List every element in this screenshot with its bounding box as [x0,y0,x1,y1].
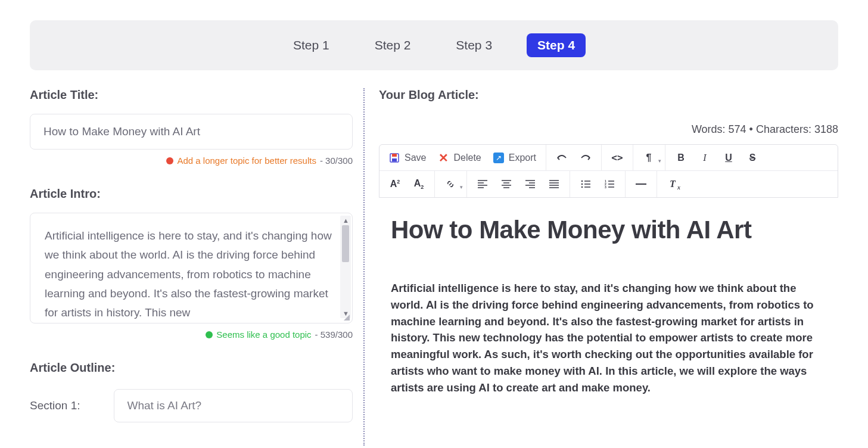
number-list-icon: 123 [605,180,614,188]
intro-scrollbar[interactable]: ▲ ▼ [340,216,351,318]
bold-icon: B [677,153,685,163]
section-1-input[interactable] [114,389,353,422]
strike-button[interactable]: S [741,145,764,170]
delete-label: Delete [453,153,481,163]
section-1-label: Section 1: [30,399,80,412]
horizontal-rule-button[interactable] [629,171,653,197]
underline-icon: U [725,153,732,163]
align-left-icon [478,180,487,188]
intro-hint-row: Seems like a good topic - 539/300 [30,329,353,340]
superscript-button[interactable]: A2 [383,171,407,197]
redo-button[interactable] [574,145,598,170]
undo-button[interactable] [550,145,574,170]
italic-button[interactable]: I [693,145,717,170]
main-content: Article Title: Add a longer topic for be… [30,88,838,446]
article-title-label: Article Title: [30,88,353,102]
align-right-button[interactable] [518,171,542,197]
toolbar-row-2: A2 A2 ▾ [379,171,838,197]
right-panel: Your Blog Article: Words: 574 • Characte… [368,88,838,446]
section-1-row: Section 1: [30,389,353,422]
svg-point-3 [581,181,583,182]
step-3[interactable]: Step 3 [445,33,503,57]
article-title-input[interactable] [30,114,353,150]
code-icon: <> [611,152,623,163]
strike-icon: S [749,153,756,163]
svg-rect-1 [392,154,397,157]
align-center-button[interactable] [494,171,518,197]
title-hint-text: Add a longer topic for better results [177,155,316,166]
title-char-count: - 30/300 [320,155,353,166]
superscript-icon: A2 [390,179,400,189]
link-icon [446,179,455,189]
save-button[interactable]: Save [383,145,432,170]
number-list-button[interactable]: 123 [598,171,621,197]
article-heading[interactable]: How to Make Money with AI Art [391,216,826,244]
clear-format-icon: Tx [670,179,676,189]
toolbar-row-1: Save ✕ Delete ↗ Export [379,145,838,171]
chevron-down-icon: ▾ [460,184,463,190]
intro-hint-text: Seems like a good topic [216,329,311,340]
link-button[interactable] [438,171,462,197]
article-outline-label: Article Outline: [30,361,353,375]
underline-button[interactable]: U [717,145,741,170]
bullet-list-button[interactable] [574,171,598,197]
scroll-thumb[interactable] [342,225,349,262]
bold-button[interactable]: B [669,145,693,170]
blog-article-label: Your Blog Article: [379,88,838,102]
ok-dot-icon [206,331,213,338]
svg-rect-2 [392,158,397,161]
article-intro-paragraph[interactable]: Artificial intelligence is here to stay,… [391,280,826,396]
article-intro-input[interactable] [30,213,352,321]
save-icon [389,153,400,163]
export-label: Export [509,153,536,163]
editor-toolbar: Save ✕ Delete ↗ Export [379,144,838,198]
save-label: Save [405,153,426,163]
article-intro-label: Article Intro: [30,187,353,201]
title-hint-row: Add a longer topic for better results - … [30,155,353,166]
delete-icon: ✕ [438,153,449,163]
svg-text:3: 3 [605,185,606,188]
steps-bar: Step 1 Step 2 Step 3 Step 4 [30,20,838,70]
pilcrow-icon: ¶ [646,153,652,163]
scroll-up-icon[interactable]: ▲ [343,217,349,224]
step-1[interactable]: Step 1 [282,33,340,57]
svg-point-5 [581,186,583,188]
resize-handle-icon[interactable] [343,313,351,322]
subscript-icon: A2 [414,178,424,190]
step-4[interactable]: Step 4 [527,33,586,57]
bullet-list-icon [581,180,590,188]
step-2[interactable]: Step 2 [364,33,422,57]
export-button[interactable]: ↗ Export [487,145,542,170]
vertical-divider [363,88,365,446]
align-right-icon [525,180,535,188]
chevron-down-icon: ▾ [658,158,661,164]
subscript-button[interactable]: A2 [407,171,431,197]
delete-button[interactable]: ✕ Delete [432,145,487,170]
warning-dot-icon [166,157,173,164]
paragraph-button[interactable]: ¶ [637,145,661,170]
export-icon: ↗ [493,153,504,163]
hr-icon [636,183,646,185]
undo-icon [556,154,567,161]
align-justify-button[interactable] [542,171,566,197]
article-editor-body[interactable]: How to Make Money with AI Art Artificial… [379,198,838,396]
align-justify-icon [549,180,559,188]
align-center-icon [502,180,511,188]
redo-icon [580,154,591,161]
clear-format-button[interactable]: Tx [661,171,685,197]
intro-char-count: - 539/300 [315,329,353,340]
align-left-button[interactable] [471,171,494,197]
left-panel: Article Title: Add a longer topic for be… [30,88,363,446]
code-button[interactable]: <> [605,145,629,170]
svg-point-4 [581,183,583,185]
word-char-stats: Words: 574 • Characters: 3188 [379,123,838,136]
italic-icon: I [703,153,706,163]
intro-textarea-wrap: ▲ ▼ [30,213,353,323]
